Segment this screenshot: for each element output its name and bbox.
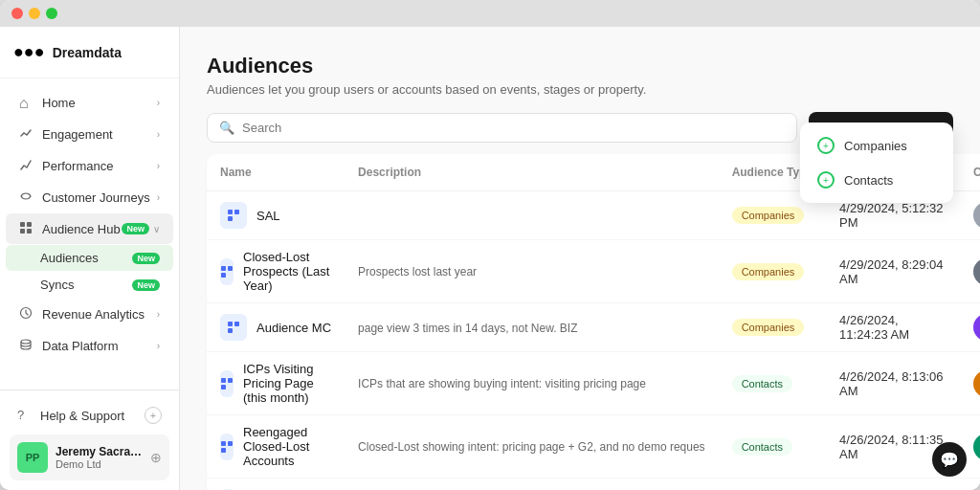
search-box[interactable]: 🔍 bbox=[207, 113, 797, 143]
sidebar-item-engagement[interactable]: Engagement › bbox=[6, 119, 173, 149]
table-row: Audience MC page view 3 times in 14 days… bbox=[207, 303, 980, 352]
titlebar bbox=[0, 0, 980, 27]
row-name: Reengaged Closed-Lost Accounts bbox=[243, 425, 331, 468]
sidebar-item-customer-journeys[interactable]: Customer Journeys › bbox=[6, 182, 173, 212]
svg-rect-16 bbox=[228, 378, 233, 383]
maximize-button[interactable] bbox=[46, 8, 57, 19]
sidebar-item-audience-hub[interactable]: Audience Hub New ∨ bbox=[6, 213, 173, 244]
row-description: Prospects lost last year bbox=[345, 240, 719, 303]
search-icon: 🔍 bbox=[219, 121, 234, 135]
col-description: Description bbox=[345, 154, 719, 191]
search-input[interactable] bbox=[242, 121, 785, 135]
table-row: Reengaged Closed-Lost Accounts Closed-Lo… bbox=[207, 415, 980, 479]
sidebar-item-label: Engagement bbox=[42, 127, 157, 142]
row-name-cell: Audience Hub Super Users bbox=[207, 479, 345, 491]
row-created-on: 4/26/2024, 7:51:33 AM bbox=[826, 479, 960, 491]
app-layout: ●●● Dreamdata ⌂ Home › Engagement › bbox=[0, 27, 980, 490]
row-name-cell: Closed-Lost Prospects (Last Year) bbox=[207, 240, 345, 303]
svg-rect-9 bbox=[221, 266, 226, 271]
logo-icon: ●●● bbox=[13, 42, 45, 62]
row-name: Audience MC bbox=[256, 321, 331, 335]
sidebar-logo: ●●● Dreamdata bbox=[0, 27, 179, 78]
chat-icon: 💬 bbox=[940, 451, 959, 469]
row-audience-type: Contacts bbox=[719, 479, 826, 491]
row-audience-type: Contacts bbox=[719, 352, 826, 415]
row-created-on: 4/26/2024, 11:24:23 AM bbox=[826, 303, 960, 352]
page-header: Audiences Audiences let you group users … bbox=[180, 27, 980, 112]
avatar: J bbox=[973, 314, 980, 341]
table-row: Audience Hub Super Users Users viewing t… bbox=[207, 479, 980, 491]
avatar: J bbox=[973, 202, 980, 229]
help-action-icon[interactable]: + bbox=[145, 407, 162, 424]
svg-rect-3 bbox=[27, 229, 32, 234]
sidebar-item-revenue-analytics[interactable]: Revenue Analytics › bbox=[6, 299, 173, 329]
chevron-icon: › bbox=[157, 129, 160, 140]
engagement-icon bbox=[19, 126, 34, 142]
home-icon: ⌂ bbox=[19, 95, 34, 110]
sidebar-subitem-audiences[interactable]: Audiences New bbox=[6, 245, 173, 271]
table-row: ICPs Visiting Pricing Page (this month) … bbox=[207, 352, 980, 415]
dropdown-label-contacts: Contacts bbox=[844, 173, 893, 188]
row-audience-type: Contacts bbox=[719, 415, 826, 479]
data-platform-icon bbox=[19, 338, 34, 353]
sidebar-item-label: Home bbox=[42, 96, 157, 110]
table-row: Closed-Lost Prospects (Last Year) Prospe… bbox=[207, 240, 980, 303]
audiences-table: Name Description Audience Type Created o… bbox=[207, 154, 980, 490]
row-created-by: J bbox=[960, 352, 980, 415]
svg-rect-1 bbox=[27, 222, 32, 227]
row-name-cell: ICPs Visiting Pricing Page (this month) bbox=[207, 352, 345, 415]
row-created-on: 4/26/2024, 8:13:06 AM bbox=[826, 352, 960, 415]
svg-rect-20 bbox=[221, 448, 226, 453]
user-avatar: PP bbox=[17, 442, 48, 473]
row-description: Closed-Lost showing intent: pricing page… bbox=[345, 415, 719, 479]
row-audience-type: Companies bbox=[719, 303, 826, 352]
new-audience-dropdown: + Companies + Contacts bbox=[800, 122, 953, 203]
sidebar-item-data-platform[interactable]: Data Platform › bbox=[6, 330, 173, 361]
row-icon bbox=[220, 370, 234, 397]
sidebar-item-performance[interactable]: Performance › bbox=[6, 150, 173, 181]
user-name: Jeremy Sacram... bbox=[56, 445, 143, 458]
chevron-icon: ∨ bbox=[153, 224, 160, 234]
minimize-button[interactable] bbox=[29, 8, 40, 19]
revenue-icon bbox=[19, 306, 34, 322]
user-settings-icon[interactable]: ⊕ bbox=[150, 450, 162, 465]
user-card: PP Jeremy Sacram... Demo Ltd ⊕ bbox=[10, 434, 169, 480]
sidebar: ●●● Dreamdata ⌂ Home › Engagement › bbox=[0, 27, 180, 490]
svg-rect-0 bbox=[20, 222, 25, 227]
row-name: Closed-Lost Prospects (Last Year) bbox=[243, 250, 331, 293]
svg-rect-11 bbox=[221, 273, 226, 278]
svg-rect-7 bbox=[234, 210, 239, 214]
journeys-icon bbox=[19, 189, 34, 205]
close-button[interactable] bbox=[11, 8, 23, 19]
svg-rect-2 bbox=[20, 229, 25, 234]
page-title: Audiences bbox=[207, 54, 953, 78]
svg-point-5 bbox=[21, 340, 31, 344]
row-created-by: J bbox=[960, 303, 980, 352]
row-name-cell: SAL bbox=[207, 191, 345, 240]
contacts-icon: + bbox=[817, 171, 835, 189]
svg-rect-12 bbox=[228, 322, 233, 326]
sidebar-item-label: Revenue Analytics bbox=[42, 307, 157, 322]
sidebar-item-label: Performance bbox=[42, 159, 157, 173]
svg-rect-8 bbox=[228, 216, 233, 221]
row-description bbox=[345, 191, 719, 240]
sidebar-subitem-syncs[interactable]: Syncs New bbox=[6, 272, 173, 298]
sidebar-footer: ? Help & Support + PP Jeremy Sacram... D… bbox=[0, 390, 179, 490]
help-support-item[interactable]: ? Help & Support + bbox=[10, 400, 169, 431]
row-created-on: 4/29/2024, 8:29:04 AM bbox=[826, 240, 960, 303]
dropdown-item-contacts[interactable]: + Contacts bbox=[806, 163, 947, 197]
col-name: Name bbox=[207, 154, 345, 191]
user-info: Jeremy Sacram... Demo Ltd bbox=[56, 445, 143, 470]
sidebar-item-label: Customer Journeys bbox=[42, 190, 157, 205]
row-icon bbox=[220, 258, 234, 285]
sidebar-item-label: Audience Hub bbox=[42, 222, 122, 236]
chat-bubble-button[interactable]: 💬 bbox=[932, 442, 967, 477]
col-created-by: Created ( bbox=[960, 154, 980, 191]
sidebar-item-home[interactable]: ⌂ Home › bbox=[6, 87, 173, 118]
dropdown-item-companies[interactable]: + Companies bbox=[806, 128, 947, 163]
user-company: Demo Ltd bbox=[56, 458, 143, 470]
row-created-by: J bbox=[960, 240, 980, 303]
avatar: J bbox=[973, 434, 980, 460]
svg-rect-10 bbox=[228, 266, 233, 271]
sidebar-nav: ⌂ Home › Engagement › Perf bbox=[0, 78, 179, 390]
